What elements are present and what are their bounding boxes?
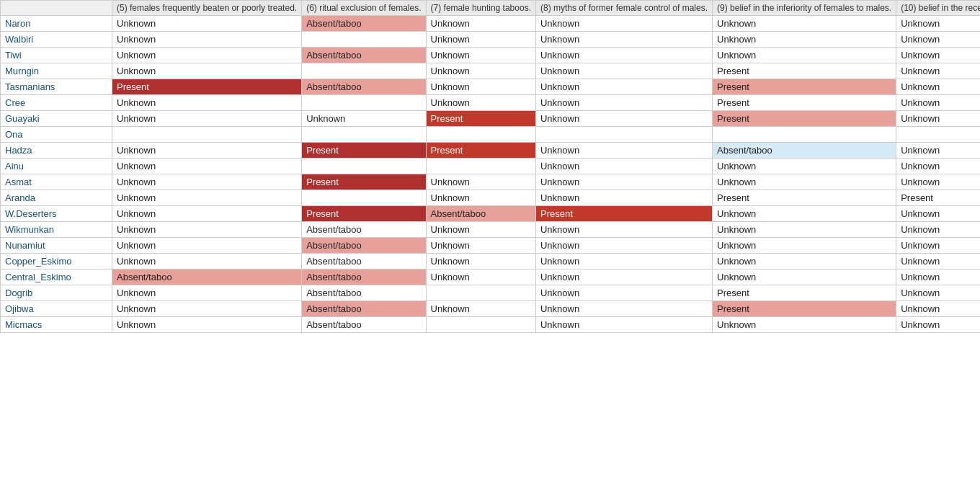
data-cell: Present <box>426 111 535 127</box>
data-cell: Absent/taboo <box>302 16 426 32</box>
data-cell: Unknown <box>896 270 980 285</box>
table-row: W.DesertersUnknownPresentAbsent/tabooPre… <box>1 206 981 222</box>
data-cell: Unknown <box>535 222 712 238</box>
data-cell: Present <box>713 190 896 206</box>
data-cell: Unknown <box>896 206 980 222</box>
data-cell: Absent/taboo <box>302 238 426 254</box>
row-name[interactable]: Cree <box>1 95 112 111</box>
data-cell: Unknown <box>426 254 535 270</box>
data-cell: Unknown <box>426 222 535 238</box>
data-cell: Present <box>302 190 426 206</box>
data-cell: Absent/taboo <box>302 285 426 301</box>
table-row: NaronUnknownAbsent/tabooUnknownUnknownUn… <box>1 16 981 32</box>
row-name[interactable]: Murngin <box>1 63 112 79</box>
data-cell: Present <box>896 190 980 206</box>
data-cell: Unknown <box>713 206 896 222</box>
table-row: MicmacsUnknownAbsent/tabooPresentUnknown… <box>1 317 981 333</box>
table-row: OnaPresentPresentPresentPresentPresentPr… <box>1 127 981 143</box>
data-cell: Unknown <box>426 16 535 32</box>
data-cell: Unknown <box>896 254 980 270</box>
data-cell: Present <box>302 127 426 143</box>
row-name[interactable]: Central_Eskimo <box>1 270 112 285</box>
data-cell: Unknown <box>896 95 980 111</box>
row-name[interactable]: W.Deserters <box>1 206 112 222</box>
data-cell: Unknown <box>535 16 712 32</box>
table-row: AsmatUnknownPresentUnknownUnknownUnknown… <box>1 174 981 190</box>
data-cell: Unknown <box>112 301 302 317</box>
data-cell: Unknown <box>535 111 712 127</box>
data-cell: Unknown <box>713 238 896 254</box>
data-cell: Unknown <box>713 254 896 270</box>
row-name[interactable]: Ojibwa <box>1 301 112 317</box>
table-row: MurnginUnknownPresentUnknownUnknownPrese… <box>1 63 981 79</box>
data-cell: Present <box>112 79 302 95</box>
data-cell: Unknown <box>112 222 302 238</box>
table-row: GuayakiUnknownUnknownPresentUnknownPrese… <box>1 111 981 127</box>
data-table[interactable]: (5) females frequently beaten or poorly … <box>0 0 980 490</box>
data-cell: Present <box>713 127 896 143</box>
col-header-col10: (10) belief in the recent decline in fem… <box>896 1 980 16</box>
data-cell: Unknown <box>713 222 896 238</box>
data-cell: Unknown <box>112 95 302 111</box>
row-name[interactable]: Ainu <box>1 159 112 174</box>
row-name[interactable]: Walbiri <box>1 32 112 48</box>
data-cell: Unknown <box>112 174 302 190</box>
data-cell: Present <box>302 32 426 48</box>
data-cell: Unknown <box>535 317 712 333</box>
data-cell: Unknown <box>112 254 302 270</box>
data-cell: Unknown <box>112 206 302 222</box>
row-name[interactable]: Asmat <box>1 174 112 190</box>
data-cell: Absent/taboo <box>302 222 426 238</box>
data-cell: Unknown <box>426 270 535 285</box>
data-cell: Absent/taboo <box>426 206 535 222</box>
data-cell: Absent/taboo <box>302 317 426 333</box>
data-cell: Present <box>302 206 426 222</box>
data-cell: Absent/taboo <box>302 301 426 317</box>
row-name[interactable]: Guayaki <box>1 111 112 127</box>
table-row: OjibwaUnknownAbsent/tabooUnknownUnknownP… <box>1 301 981 317</box>
data-cell: Unknown <box>896 174 980 190</box>
row-name[interactable]: Tasmanians <box>1 79 112 95</box>
data-cell: Present <box>302 143 426 159</box>
row-name[interactable]: Aranda <box>1 190 112 206</box>
data-cell: Unknown <box>713 270 896 285</box>
data-cell: Unknown <box>535 48 712 63</box>
data-cell: Absent/taboo <box>713 143 896 159</box>
row-name[interactable]: Ona <box>1 127 112 143</box>
table-row: WikmunkanUnknownAbsent/tabooUnknownUnkno… <box>1 222 981 238</box>
data-cell: Unknown <box>535 285 712 301</box>
row-name[interactable]: Wikmunkan <box>1 222 112 238</box>
row-name[interactable]: Hadza <box>1 143 112 159</box>
data-cell: Present <box>713 301 896 317</box>
data-cell: Unknown <box>535 143 712 159</box>
row-name[interactable]: Dogrib <box>1 285 112 301</box>
data-cell: Present <box>713 63 896 79</box>
data-cell: Present <box>713 111 896 127</box>
data-cell: Unknown <box>426 79 535 95</box>
data-cell: Unknown <box>426 238 535 254</box>
data-cell: Present <box>426 159 535 174</box>
table-row: WalbiriUnknownPresentUnknownUnknownUnkno… <box>1 32 981 48</box>
data-cell: Unknown <box>896 63 980 79</box>
data-cell: Unknown <box>896 159 980 174</box>
row-name[interactable]: Nunamiut <box>1 238 112 254</box>
data-cell: Unknown <box>713 317 896 333</box>
data-cell: Unknown <box>535 79 712 95</box>
row-name[interactable]: Micmacs <box>1 317 112 333</box>
data-cell: Unknown <box>713 174 896 190</box>
data-cell: Unknown <box>112 16 302 32</box>
row-name[interactable]: Naron <box>1 16 112 32</box>
data-cell: Present <box>426 143 535 159</box>
col-header-col9: (9) belief in the inferiority of females… <box>713 1 896 16</box>
data-cell: Unknown <box>112 48 302 63</box>
data-cell: Present <box>713 285 896 301</box>
row-name[interactable]: Copper_Eskimo <box>1 254 112 270</box>
data-cell: Unknown <box>713 159 896 174</box>
data-cell: Unknown <box>112 159 302 174</box>
data-cell: Unknown <box>896 317 980 333</box>
table-row: Copper_EskimoUnknownAbsent/tabooUnknownU… <box>1 254 981 270</box>
row-name[interactable]: Tiwi <box>1 48 112 63</box>
data-cell: Unknown <box>112 63 302 79</box>
data-cell: Unknown <box>896 16 980 32</box>
data-cell: Unknown <box>535 270 712 285</box>
